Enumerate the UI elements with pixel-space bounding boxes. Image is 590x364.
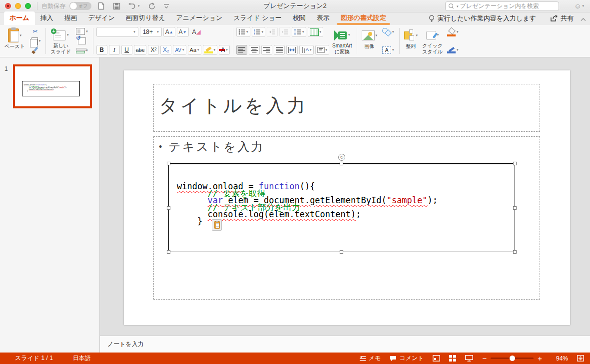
copy-button[interactable]: ▾ xyxy=(28,36,43,46)
slide-sorter-button[interactable] xyxy=(449,355,456,362)
clear-formatting-button[interactable]: A◢ xyxy=(190,27,203,37)
align-left-button[interactable] xyxy=(236,45,247,55)
subscript-button[interactable]: X₂ xyxy=(160,45,171,55)
undo-dropdown[interactable]: ▾ xyxy=(138,4,140,8)
code-text-box[interactable]: ↻ window.onload = function(){ // 要素を取得 v… xyxy=(168,163,515,252)
paste-options-button[interactable] xyxy=(212,219,222,231)
text-box-button[interactable]: A▾ xyxy=(380,45,396,55)
notes-pane[interactable]: ノートを入力 xyxy=(100,336,590,353)
slide-thumbnail[interactable]: window.onload = function(){ // 要素を取得 var… xyxy=(13,64,92,108)
shape-fill-button[interactable]: ▾ xyxy=(446,27,461,37)
italic-button[interactable]: I xyxy=(109,45,120,55)
customize-toolbar-button[interactable] xyxy=(161,1,171,11)
paste-button[interactable]: ▾ ペースト xyxy=(3,26,26,55)
save-button[interactable] xyxy=(111,1,122,11)
line-spacing-button[interactable]: ▾ xyxy=(292,27,306,37)
slide-canvas[interactable]: タイトルを入力 • テキストを入力 ↻ xyxy=(124,70,570,325)
smartart-label-1: SmartArt xyxy=(332,43,352,49)
change-case-button[interactable]: Aa▾ xyxy=(188,45,201,55)
quick-styles-button[interactable]: ▾ クイック スタイル xyxy=(421,26,444,55)
zoom-in-button[interactable]: + xyxy=(538,354,542,363)
convert-to-smartart-button[interactable]: ▾ SmartArt に変換 xyxy=(331,26,353,55)
slideshow-button[interactable] xyxy=(465,355,473,362)
resize-handle-se[interactable] xyxy=(513,250,517,254)
search-input[interactable]: ▾ プレゼンテーション内を検索 xyxy=(445,1,559,11)
feedback-button[interactable]: ☺▾ xyxy=(574,2,584,10)
slide-thumbnail-panel: 1 window.onload = function(){ // 要素を取得 v… xyxy=(0,57,100,353)
cut-button[interactable]: ✂ xyxy=(28,27,43,36)
zoom-slider[interactable] xyxy=(491,358,534,359)
font-size-select[interactable]: 18+▾ xyxy=(140,27,162,37)
resize-handle-sw[interactable] xyxy=(167,250,170,254)
tab-draw[interactable]: 描画 xyxy=(59,11,83,25)
section-button[interactable]: ▾ xyxy=(74,45,90,55)
tab-insert[interactable]: 挿入 xyxy=(35,11,59,25)
comments-toggle-button[interactable]: コメント xyxy=(390,354,424,363)
fullscreen-button[interactable] xyxy=(25,3,31,9)
tab-shape-format[interactable]: 図形の書式設定 xyxy=(335,11,392,25)
language-indicator[interactable]: 日本語 xyxy=(73,354,91,363)
shapes-button[interactable]: ▾ xyxy=(380,27,396,37)
text-direction-button[interactable] xyxy=(286,45,298,55)
align-center-button[interactable] xyxy=(249,45,260,55)
minimize-button[interactable] xyxy=(15,3,21,9)
new-document-button[interactable] xyxy=(95,1,107,11)
rotation-handle[interactable]: ↻ xyxy=(338,154,345,161)
new-slide-icon: + xyxy=(53,30,66,40)
shape-outline-button[interactable]: ▾ xyxy=(446,45,461,55)
tab-view[interactable]: 表示 xyxy=(311,11,335,25)
new-slide-button[interactable]: +▾ 新しい スライド xyxy=(49,26,72,55)
tab-transitions[interactable]: 画面切り替え xyxy=(120,11,171,25)
notes-toggle-button[interactable]: メモ xyxy=(359,354,381,363)
tab-home[interactable]: ホーム xyxy=(4,11,35,25)
resize-handle-nw[interactable] xyxy=(167,162,170,165)
fit-to-window-button[interactable] xyxy=(577,355,584,362)
resize-handle-s[interactable] xyxy=(340,250,343,254)
vertical-align-button[interactable]: A ▾ xyxy=(299,45,314,55)
reset-button[interactable] xyxy=(74,36,90,46)
search-scope-dropdown[interactable]: ▾ xyxy=(457,4,459,8)
zoom-slider-knob[interactable] xyxy=(510,356,515,361)
picture-button[interactable]: ▾ 画像 xyxy=(360,26,379,55)
superscript-button[interactable]: X² xyxy=(148,45,159,55)
resize-handle-ne[interactable] xyxy=(513,162,517,165)
undo-button[interactable]: ▾ xyxy=(126,1,142,11)
tell-me-box[interactable]: 実行したい作業内容を入力します xyxy=(429,14,536,25)
font-color-button[interactable]: A▾ xyxy=(219,45,230,55)
redo-button[interactable] xyxy=(146,1,157,11)
character-spacing-button[interactable]: AV▾ xyxy=(173,45,186,55)
bold-button[interactable]: B xyxy=(96,45,107,55)
collapse-ribbon-button[interactable] xyxy=(581,15,586,25)
autosave-toggle[interactable]: オフ xyxy=(69,2,91,10)
columns-button[interactable]: ▾ xyxy=(308,27,324,37)
highlight-color-button[interactable]: ▾ xyxy=(203,45,218,55)
tab-review[interactable]: 校閲 xyxy=(287,11,311,25)
shapes-icon xyxy=(382,28,391,36)
paragraph-group: ▾ 123 ▾ ▾ ▾ xyxy=(236,26,329,55)
bullets-button[interactable]: ▾ xyxy=(236,27,250,37)
zoom-out-button[interactable]: − xyxy=(482,354,487,363)
normal-view-button[interactable] xyxy=(433,355,440,362)
increase-indent-button[interactable] xyxy=(279,27,290,37)
title-placeholder[interactable]: タイトルを入力 xyxy=(153,84,540,132)
arrange-button[interactable]: ▾ 整列 xyxy=(403,26,420,55)
resize-handle-e[interactable] xyxy=(513,206,517,210)
tab-design[interactable]: デザイン xyxy=(83,11,120,25)
tab-slideshow[interactable]: スライド ショー xyxy=(228,11,287,25)
decrease-indent-button[interactable] xyxy=(267,27,278,37)
resize-handle-n[interactable] xyxy=(340,162,343,165)
grow-font-button[interactable]: A▲ xyxy=(163,27,175,37)
tab-animations[interactable]: アニメーション xyxy=(170,11,228,25)
close-button[interactable] xyxy=(5,3,11,9)
font-name-select[interactable]: ▾ xyxy=(96,27,138,37)
underline-button[interactable]: U xyxy=(121,45,132,55)
share-button[interactable]: 共有 xyxy=(550,14,574,25)
numbering-button[interactable]: 123 ▾ xyxy=(252,27,266,37)
align-right-button[interactable] xyxy=(261,45,272,55)
resize-handle-w[interactable] xyxy=(167,206,170,210)
justify-button[interactable] xyxy=(274,45,285,55)
strikethrough-button[interactable]: abc xyxy=(134,45,147,55)
zoom-percentage[interactable]: 94% xyxy=(551,355,568,362)
align-text-button[interactable]: ▾ xyxy=(315,45,330,55)
shrink-font-button[interactable]: A▼ xyxy=(177,27,189,37)
